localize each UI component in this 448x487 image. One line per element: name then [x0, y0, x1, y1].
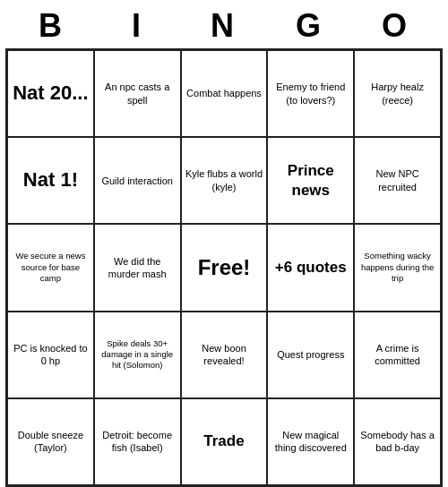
- cell-0-3: Enemy to friend (to lovers?): [267, 50, 354, 137]
- title-i: I: [95, 7, 181, 45]
- cell-4-4: Somebody has a bad b-day: [354, 398, 441, 485]
- cell-0-1: An npc casts a spell: [94, 50, 181, 137]
- cell-4-0: Double sneeze (Taylor): [7, 398, 94, 485]
- cell-1-0: Nat 1!: [7, 137, 94, 224]
- title-o: O: [353, 7, 439, 45]
- cell-3-4: A crime is committed: [354, 312, 441, 398]
- cell-3-2: New boon revealed!: [181, 312, 268, 398]
- cell-0-4: Harpy healz (reece): [354, 50, 441, 137]
- cell-2-3: +6 quotes: [267, 224, 354, 311]
- cell-1-3: Prince news: [267, 137, 354, 224]
- title-g: G: [267, 7, 353, 45]
- bingo-grid: Nat 20...An npc casts a spellCombat happ…: [5, 48, 443, 487]
- cell-2-1: We did the murder mash: [94, 224, 181, 311]
- cell-1-2: Kyle flubs a world (kyle): [181, 137, 268, 224]
- cell-2-0: We secure a news source for base camp: [7, 224, 94, 311]
- title-n: N: [181, 7, 267, 45]
- cell-3-3: Quest progress: [267, 312, 354, 398]
- bingo-title: B I N G O: [0, 0, 448, 48]
- cell-3-1: Spike deals 30+ damage in a single hit (…: [94, 312, 181, 398]
- cell-1-4: New NPC recruited: [354, 137, 441, 224]
- cell-4-2: Trade: [181, 398, 268, 485]
- cell-0-0: Nat 20...: [7, 50, 94, 137]
- cell-4-3: New magical thing discovered: [267, 398, 354, 485]
- cell-2-2: Free!: [181, 224, 268, 311]
- cell-3-0: PC is knocked to 0 hp: [7, 312, 94, 398]
- cell-0-2: Combat happens: [181, 50, 268, 137]
- cell-2-4: Something wacky happens during the trip: [354, 224, 441, 311]
- title-b: B: [9, 7, 95, 45]
- cell-4-1: Detroit: become fish (Isabel): [94, 398, 181, 485]
- cell-1-1: Guild interaction: [94, 137, 181, 224]
